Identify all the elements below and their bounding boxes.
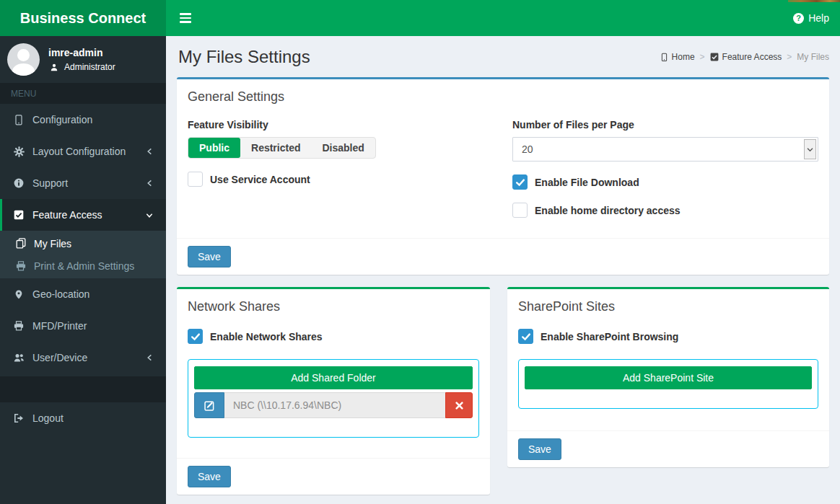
enable-sharepoint-browsing-label: Enable SharePoint Browsing [541, 331, 678, 342]
files-per-page-value: 20 [522, 143, 533, 155]
sharepoint-sites-panel: SharePoint Sites Enable SharePoint Brows… [507, 287, 829, 467]
check-icon [191, 332, 201, 342]
help-label: Help [808, 12, 829, 24]
enable-network-shares-label: Enable Network Shares [210, 331, 323, 342]
network-shares-save-button[interactable]: Save [188, 466, 231, 487]
network-shares-title: Network Shares [188, 299, 479, 314]
enable-home-directory-checkbox[interactable] [512, 203, 528, 218]
feature-access-submenu: My Files Print & Admin Settings [0, 231, 166, 278]
user-role-label: Administrator [64, 62, 115, 72]
check-square-icon [13, 210, 25, 220]
menu-header: MENU [0, 83, 166, 104]
delete-share-button[interactable] [445, 392, 473, 418]
breadcrumb-separator [787, 52, 792, 62]
user-panel: imre-admin Administrator [0, 36, 166, 83]
add-shared-folder-button[interactable]: Add Shared Folder [194, 366, 473, 389]
user-avatar [7, 43, 40, 76]
visibility-restricted-button[interactable]: Restricted [240, 138, 311, 158]
sidebar-separator [0, 376, 166, 402]
top-navbar: Business Connect Help [0, 0, 840, 36]
feature-visibility-label: Feature Visibility [188, 119, 494, 131]
chevron-left-icon [144, 353, 155, 362]
shared-folders-box: Add Shared Folder NBC (\\10.17.6.94\NBC) [188, 359, 479, 438]
enable-file-download-checkbox[interactable] [512, 174, 528, 190]
sidebar-item-mfd-printer[interactable]: MFD/Printer [0, 310, 166, 342]
use-service-account-label: Use Service Account [210, 174, 310, 185]
check-icon [515, 177, 525, 187]
chevron-down-icon [144, 211, 155, 219]
breadcrumb-current: My Files [797, 52, 829, 62]
app-window: Business Connect Help imre-admin Adminis… [0, 0, 840, 504]
sidebar-subitem-my-files[interactable]: My Files [0, 232, 166, 255]
sidebar-item-geo-location[interactable]: Geo-location [0, 278, 166, 310]
general-settings-save-button[interactable]: Save [188, 246, 231, 268]
pencil-square-icon [204, 400, 215, 411]
tablet-icon [13, 115, 25, 125]
printer-icon [13, 321, 25, 331]
info-circle-icon [13, 178, 25, 188]
use-service-account-checkbox[interactable] [188, 172, 203, 187]
sign-out-icon [13, 413, 25, 423]
breadcrumb-feature-access[interactable]: Feature Access [710, 52, 782, 62]
sidebar-item-configuration[interactable]: Configuration [0, 104, 166, 136]
user-name: imre-admin [48, 47, 115, 59]
chevron-left-icon [144, 147, 155, 156]
sharepoint-sites-save-button[interactable]: Save [518, 438, 561, 460]
sidebar: imre-admin Administrator MENU Configurat… [0, 36, 166, 504]
sidebar-item-support[interactable]: Support [0, 167, 166, 199]
map-marker-icon [13, 289, 25, 300]
desktop-wallpaper-sliver [788, 0, 840, 2]
printer-icon [15, 261, 27, 271]
person-icon [48, 63, 60, 71]
brand-logo[interactable]: Business Connect [0, 0, 166, 36]
navbar: Help [166, 0, 840, 36]
question-circle-icon [793, 13, 804, 24]
general-settings-title: General Settings [188, 89, 818, 105]
sidebar-subitem-print-admin-settings[interactable]: Print & Admin Settings [0, 255, 166, 277]
visibility-public-button[interactable]: Public [188, 138, 240, 158]
add-sharepoint-site-button[interactable]: Add SharePoint Site [525, 366, 812, 389]
user-role: Administrator [48, 62, 115, 72]
enable-network-shares-checkbox[interactable] [188, 329, 203, 344]
x-icon [455, 402, 463, 410]
breadcrumb: Home Feature Access My Files [660, 52, 829, 62]
enable-file-download-label: Enable File Download [535, 177, 639, 188]
tablet-icon [660, 53, 668, 62]
sidebar-item-logout[interactable]: Logout [0, 402, 166, 434]
feature-visibility-button-group: Public Restricted Disabled [188, 137, 376, 159]
sidebar-item-user-device[interactable]: User/Device [0, 342, 166, 373]
sidebar-item-layout-configuration[interactable]: Layout Configuration [0, 136, 166, 167]
files-icon [15, 238, 27, 249]
breadcrumb-separator [700, 52, 705, 62]
enable-sharepoint-browsing-checkbox[interactable] [518, 329, 533, 344]
breadcrumb-home[interactable]: Home [660, 52, 695, 62]
sharepoint-sites-title: SharePoint Sites [518, 299, 818, 314]
shared-folder-row: NBC (\\10.17.6.94\NBC) [194, 392, 473, 418]
sidebar-item-feature-access[interactable]: Feature Access [0, 199, 166, 231]
network-shares-panel: Network Shares Enable Network Shares Add… [177, 287, 490, 495]
general-settings-panel: General Settings Feature Visibility Publ… [177, 77, 829, 275]
gear-icon [13, 146, 25, 157]
files-per-page-select[interactable]: 20 [512, 137, 818, 162]
share-name-field[interactable]: NBC (\\10.17.6.94\NBC) [224, 392, 445, 418]
users-icon [13, 353, 25, 363]
edit-share-button[interactable] [194, 392, 224, 418]
files-per-page-label: Number of Files per Page [512, 119, 818, 131]
page-title: My Files Settings [178, 47, 310, 67]
sharepoint-sites-box: Add SharePoint Site [518, 359, 818, 409]
content-area: My Files Settings Home Feature Access My… [166, 36, 840, 504]
check-icon [521, 332, 531, 342]
chevron-left-icon [144, 179, 155, 187]
help-link[interactable]: Help [793, 12, 829, 24]
enable-home-directory-label: Enable home directory access [535, 205, 681, 216]
select-chevron-icon [804, 139, 816, 159]
check-square-icon [710, 53, 719, 61]
sidebar-toggle-hamburger-icon[interactable] [177, 9, 194, 27]
visibility-disabled-button[interactable]: Disabled [311, 138, 375, 158]
